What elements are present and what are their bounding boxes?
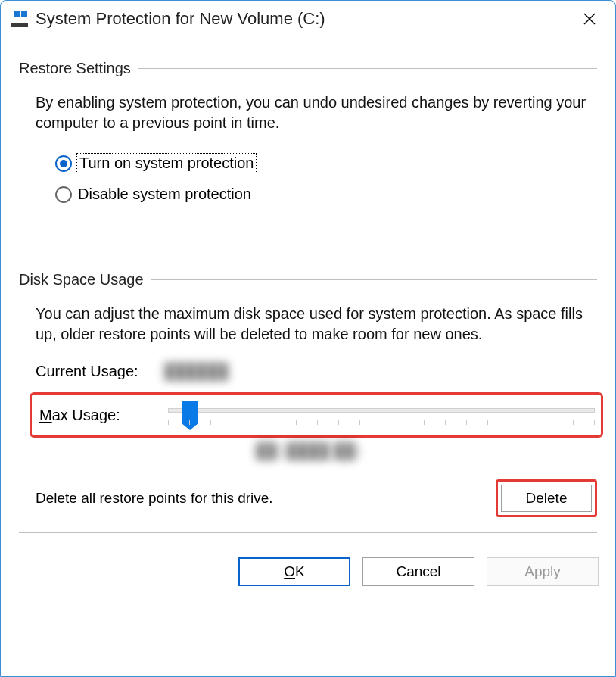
current-usage-label: Current Usage: [36, 363, 164, 380]
titlebar: System Protection for New Volume (C:) [1, 1, 615, 37]
radio-turn-on-label: Turn on system protection [78, 154, 255, 172]
close-icon [583, 13, 596, 25]
radio-disable[interactable]: Disable system protection [55, 186, 597, 203]
delete-description: Delete all restore points for this drive… [36, 490, 273, 507]
radio-icon [55, 186, 72, 203]
system-properties-icon [11, 11, 28, 27]
disk-description: You can adjust the maximum disk space us… [36, 304, 597, 345]
radio-turn-on[interactable]: Turn on system protection [55, 154, 597, 172]
apply-button: Apply [487, 557, 599, 586]
max-usage-value: ██ (████ ██) [19, 442, 597, 460]
radio-disable-label: Disable system protection [78, 186, 251, 203]
window-title: System Protection for New Volume (C:) [36, 9, 574, 29]
current-usage-value: ██████ [164, 363, 229, 380]
radio-icon [55, 155, 72, 172]
delete-button[interactable]: Delete [501, 485, 592, 512]
max-usage-label: Max Usage: [39, 407, 168, 424]
max-usage-slider[interactable] [168, 402, 595, 432]
max-usage-highlight: Max Usage: [30, 392, 603, 438]
restore-settings-header: Restore Settings [19, 60, 597, 77]
restore-description: By enabling system protection, you can u… [36, 92, 597, 133]
footer-separator [19, 532, 597, 533]
dialog-footer: OK Cancel Apply [1, 544, 615, 600]
ok-button[interactable]: OK [238, 557, 350, 586]
current-usage-row: Current Usage: ██████ [36, 363, 597, 380]
close-button[interactable] [574, 4, 605, 34]
disk-space-header: Disk Space Usage [19, 271, 597, 289]
cancel-button[interactable]: Cancel [362, 557, 474, 586]
system-protection-dialog: System Protection for New Volume (C:) Re… [0, 0, 616, 677]
protection-radio-group: Turn on system protection Disable system… [55, 154, 597, 203]
delete-highlight: Delete [496, 479, 597, 517]
